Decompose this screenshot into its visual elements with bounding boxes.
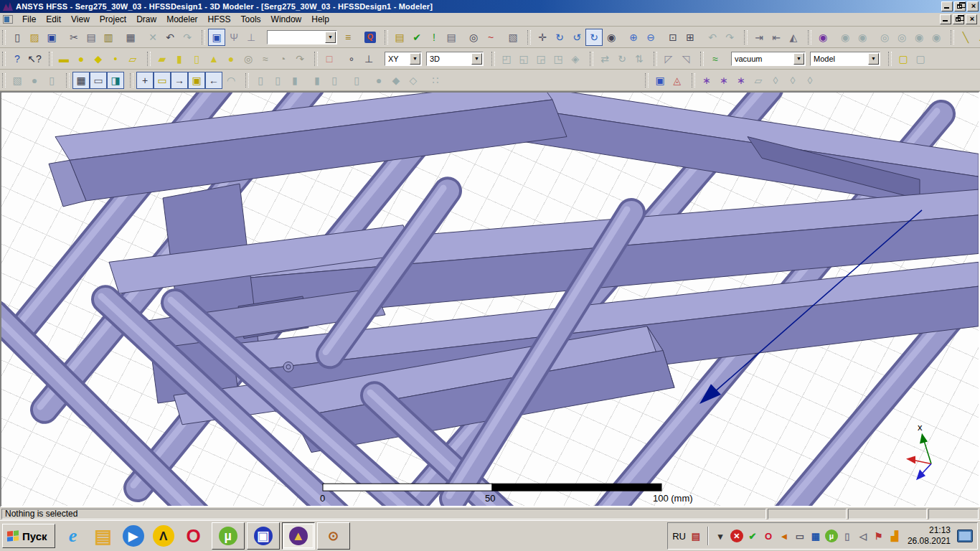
cs-object-button[interactable]: ∗ <box>732 72 750 89</box>
material-combo-dropdown-icon[interactable]: ▼ <box>793 53 804 65</box>
display-tray-icon[interactable]: ▭ <box>793 529 806 542</box>
detach-button[interactable]: ◇ <box>405 72 422 89</box>
show-selection-all-button[interactable]: ◎ <box>893 29 910 46</box>
shade-mode-button[interactable]: ◨ <box>107 72 124 89</box>
draw-torus-button[interactable]: ◎ <box>240 50 257 67</box>
utorrent-task-button[interactable]: µ <box>212 522 245 550</box>
usb-tray-icon[interactable]: ✔ <box>746 529 759 542</box>
volume-tray-icon[interactable]: ◄ <box>778 529 791 542</box>
zoom-window-button[interactable]: ⊡ <box>664 29 682 46</box>
material-combo-button[interactable]: vacuum▼ <box>731 52 806 66</box>
ie-quicklaunch[interactable]: e <box>58 522 88 550</box>
hide-selection-active-button[interactable]: ◉ <box>837 29 854 46</box>
snap-face-button[interactable]: ← <box>205 72 222 89</box>
design-notes-button[interactable]: ▤ <box>391 29 408 46</box>
mediaplayer-quicklaunch[interactable]: ▶ <box>118 522 149 550</box>
child-close-button[interactable]: × <box>966 14 977 24</box>
help-topics-button[interactable]: ? <box>9 50 26 67</box>
facet-button[interactable]: ● <box>370 72 387 89</box>
selection-combo-button[interactable]: ▼ <box>267 30 337 44</box>
draw-bondwire-button[interactable]: ↷ <box>291 50 308 67</box>
separate-bodies-button[interactable]: ∷ <box>427 72 444 89</box>
zoom-in-button[interactable]: ⊕ <box>625 29 642 46</box>
draw-cone-button[interactable]: ▲ <box>205 50 222 67</box>
open-project-button[interactable]: ▨ <box>26 29 43 46</box>
fillet-button[interactable]: ◸ <box>660 50 677 67</box>
move-vertex-button[interactable]: ▯ <box>252 72 269 89</box>
visibility-button[interactable]: ◉ <box>814 29 831 46</box>
print-button[interactable]: ▦ <box>122 29 139 46</box>
opera-quicklaunch[interactable]: O <box>179 522 209 550</box>
snap-vertex-button[interactable]: ▭ <box>154 72 171 89</box>
utorrent-tray-icon[interactable]: µ <box>825 529 838 542</box>
draw-plane-button[interactable]: ⊥ <box>360 50 377 67</box>
paste-button[interactable]: ▥ <box>100 29 117 46</box>
new-project-button[interactable]: ▯ <box>9 29 26 46</box>
hide-all-views-button[interactable]: ◉ <box>910 29 928 46</box>
sweep-button[interactable]: ≈ <box>707 50 724 67</box>
mirror-button[interactable]: ⇅ <box>631 50 648 67</box>
draw-regular-polyhedron-button[interactable]: ▯ <box>188 50 205 67</box>
draw-sphere-button[interactable]: ● <box>222 50 240 67</box>
solve-setup-button[interactable]: ≡ <box>339 29 357 46</box>
draw-point-button[interactable]: ∘ <box>343 50 360 67</box>
model-combo-dropdown-icon[interactable]: ▼ <box>868 53 879 65</box>
rotate-model-center-button[interactable]: ↻ <box>551 29 568 46</box>
cs-edit-button[interactable]: ◊ <box>801 72 819 89</box>
desktop-view-button[interactable]: ▣ <box>208 29 225 46</box>
menu-help[interactable]: Help <box>306 13 334 26</box>
modeler-3d-viewport[interactable]: x 0 50 100 (mm) <box>0 91 980 507</box>
draw-spiral-button[interactable]: ◔ <box>274 50 291 67</box>
open-region-button[interactable]: ▢ <box>895 50 912 67</box>
dynamic-zoom-button[interactable]: ◉ <box>603 29 620 46</box>
fit-all-button[interactable]: ⇤ <box>768 29 785 46</box>
view-mode-combo-button[interactable]: 3D▼ <box>426 52 484 66</box>
child-minimize-button[interactable] <box>940 14 951 24</box>
clipboard-tray-icon[interactable]: ▯ <box>841 529 854 542</box>
rotate-button[interactable]: ↻ <box>613 50 631 67</box>
volume2-tray-icon[interactable]: ◁ <box>857 529 870 542</box>
chamfer-button[interactable]: ◹ <box>677 50 694 67</box>
imprint-button[interactable]: ◈ <box>567 50 584 67</box>
create-report-button[interactable]: ~ <box>482 29 499 46</box>
move-face-button[interactable]: ▮ <box>286 72 303 89</box>
loft-button[interactable]: ▯ <box>348 72 365 89</box>
copy-image-button[interactable]: ▧ <box>504 29 522 46</box>
minimize-button[interactable] <box>941 1 953 11</box>
zoom-fit-button[interactable]: ⊞ <box>682 29 699 46</box>
analyze-all-button[interactable]: ! <box>425 29 443 46</box>
cs-create-button[interactable]: ∗ <box>698 72 715 89</box>
move-edge-button[interactable]: ▯ <box>269 72 286 89</box>
child-restore-button[interactable] <box>953 14 964 24</box>
hfss-q-button[interactable]: Q <box>362 29 379 46</box>
validate-button[interactable]: ✔ <box>408 29 425 46</box>
intersect-button[interactable]: ◲ <box>532 50 550 67</box>
mdi-child-icon[interactable] <box>3 15 13 24</box>
wrap-sheet-button[interactable]: ◆ <box>387 72 405 89</box>
pan-button[interactable]: ✛ <box>534 29 551 46</box>
menu-hfss[interactable]: HFSS <box>203 13 236 26</box>
explorer-quicklaunch[interactable]: ▤ <box>88 522 118 550</box>
menu-edit[interactable]: Edit <box>41 13 66 26</box>
flag-error-tray-icon[interactable]: ⚑ <box>872 529 885 542</box>
menu-file[interactable]: File <box>17 13 41 26</box>
solution-profile-button[interactable]: ▤ <box>443 29 460 46</box>
sphere-tool-button[interactable]: ● <box>26 72 43 89</box>
start-button[interactable]: Пуск <box>2 524 55 548</box>
draw-region2d-button[interactable]: ▱ <box>124 50 141 67</box>
radiation-boundary-button[interactable]: ◬ <box>669 72 686 89</box>
draw-cylinder-button[interactable]: ▮ <box>171 50 188 67</box>
cut-button[interactable]: ✂ <box>65 29 83 46</box>
close-button[interactable]: × <box>967 1 979 11</box>
menu-project[interactable]: Project <box>95 13 131 26</box>
network-monitor-tray-icon[interactable]: ▦ <box>809 529 822 542</box>
show-selection-active-button[interactable]: ◉ <box>854 29 871 46</box>
draw-helix-button[interactable]: ≈ <box>257 50 274 67</box>
lambda-quicklaunch[interactable]: Λ <box>149 522 179 550</box>
undo-button[interactable]: ↶ <box>161 29 179 46</box>
snap-grid-button[interactable]: + <box>136 72 154 89</box>
draw-ellipse-button[interactable]: • <box>107 50 124 67</box>
redo-button[interactable]: ↷ <box>179 29 196 46</box>
grid-toggle-button[interactable]: ▦ <box>72 72 90 89</box>
draw-circle-button[interactable]: ● <box>72 50 90 67</box>
